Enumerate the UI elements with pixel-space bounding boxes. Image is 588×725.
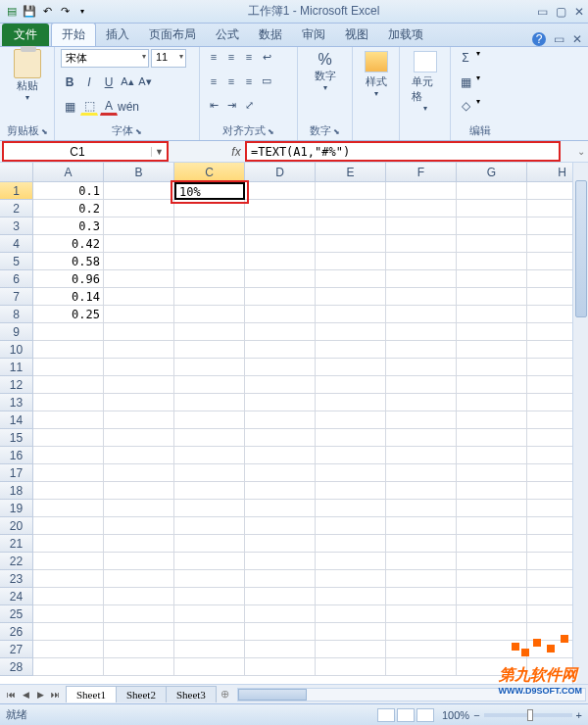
zoom-out-button[interactable]: − bbox=[473, 709, 479, 721]
cell-F16[interactable] bbox=[386, 447, 457, 464]
cell-F1[interactable] bbox=[386, 182, 457, 200]
row-header-17[interactable]: 17 bbox=[0, 464, 33, 482]
cell-C28[interactable] bbox=[174, 658, 245, 676]
row-header-25[interactable]: 25 bbox=[0, 605, 33, 623]
cell-B21[interactable] bbox=[104, 535, 174, 553]
cell-B14[interactable] bbox=[104, 411, 174, 429]
cell-B27[interactable] bbox=[104, 641, 174, 658]
cell-F26[interactable] bbox=[386, 623, 457, 641]
sheet-nav-last-icon[interactable]: ⏭ bbox=[48, 690, 62, 700]
cell-C27[interactable] bbox=[174, 641, 245, 658]
cell-A2[interactable]: 0.2 bbox=[33, 200, 104, 218]
row-header-7[interactable]: 7 bbox=[0, 288, 33, 306]
sheet-nav-next-icon[interactable]: ▶ bbox=[33, 690, 47, 700]
row-header-27[interactable]: 27 bbox=[0, 641, 33, 658]
cell-A20[interactable] bbox=[33, 517, 104, 535]
cell-A10[interactable] bbox=[33, 341, 104, 359]
cell-F17[interactable] bbox=[386, 464, 457, 482]
cell-A4[interactable]: 0.42 bbox=[33, 235, 104, 253]
cell-G18[interactable] bbox=[457, 482, 527, 500]
cell-G23[interactable] bbox=[457, 570, 527, 588]
cell-A1[interactable]: 0.1 bbox=[33, 182, 104, 200]
cell-G1[interactable] bbox=[457, 182, 527, 200]
tab-review[interactable]: 审阅 bbox=[292, 24, 335, 46]
cell-G10[interactable] bbox=[457, 341, 527, 359]
maximize-button[interactable]: ▢ bbox=[556, 5, 566, 19]
sheet-tab-2[interactable]: Sheet2 bbox=[116, 686, 167, 702]
cell-E6[interactable] bbox=[316, 270, 386, 288]
cell-C21[interactable] bbox=[174, 535, 245, 553]
cell-D13[interactable] bbox=[245, 394, 316, 411]
cell-D10[interactable] bbox=[245, 341, 316, 359]
vscroll-thumb[interactable] bbox=[575, 180, 587, 317]
column-header-c[interactable]: C bbox=[174, 163, 245, 182]
cell-B16[interactable] bbox=[104, 447, 174, 464]
cell-A9[interactable] bbox=[33, 323, 104, 341]
cell-B22[interactable] bbox=[104, 553, 174, 570]
sheet-tab-3[interactable]: Sheet3 bbox=[166, 686, 217, 702]
autosum-icon[interactable]: Σ bbox=[457, 49, 474, 67]
horizontal-scrollbar[interactable] bbox=[237, 688, 586, 701]
cell-F20[interactable] bbox=[386, 517, 457, 535]
column-header-e[interactable]: E bbox=[316, 163, 386, 182]
cell-E10[interactable] bbox=[316, 341, 386, 359]
minimize-button[interactable]: ▭ bbox=[537, 5, 548, 19]
cell-G25[interactable] bbox=[457, 605, 527, 623]
cell-C26[interactable] bbox=[174, 623, 245, 641]
row-header-12[interactable]: 12 bbox=[0, 376, 33, 394]
cell-C6[interactable] bbox=[174, 270, 245, 288]
merge-icon[interactable]: ▭ bbox=[259, 73, 274, 89]
column-header-a[interactable]: A bbox=[33, 163, 104, 182]
cell-E21[interactable] bbox=[316, 535, 386, 553]
cell-F21[interactable] bbox=[386, 535, 457, 553]
cell-G11[interactable] bbox=[457, 359, 527, 376]
cell-G16[interactable] bbox=[457, 447, 527, 464]
cell-G9[interactable] bbox=[457, 323, 527, 341]
column-header-d[interactable]: D bbox=[245, 163, 316, 182]
view-normal-icon[interactable] bbox=[377, 708, 395, 722]
cell-A3[interactable]: 0.3 bbox=[33, 218, 104, 235]
row-header-13[interactable]: 13 bbox=[0, 394, 33, 411]
cell-D2[interactable] bbox=[245, 200, 316, 218]
cell-G24[interactable] bbox=[457, 588, 527, 605]
cell-D19[interactable] bbox=[245, 500, 316, 517]
decrease-indent-icon[interactable]: ⇤ bbox=[206, 97, 221, 113]
cell-C24[interactable] bbox=[174, 588, 245, 605]
cell-B4[interactable] bbox=[104, 235, 174, 253]
cell-A27[interactable] bbox=[33, 641, 104, 658]
cell-D11[interactable] bbox=[245, 359, 316, 376]
align-bottom-icon[interactable]: ≡ bbox=[241, 49, 257, 65]
cell-A14[interactable] bbox=[33, 411, 104, 429]
cell-D4[interactable] bbox=[245, 235, 316, 253]
workbook-minimize-button[interactable]: ▭ bbox=[554, 32, 564, 46]
tab-formulas[interactable]: 公式 bbox=[206, 24, 249, 46]
cell-B6[interactable] bbox=[104, 270, 174, 288]
save-icon[interactable]: 💾 bbox=[22, 4, 37, 20]
shrink-font-icon[interactable]: A▾ bbox=[137, 73, 153, 89]
cell-G7[interactable] bbox=[457, 288, 527, 306]
cell-F8[interactable] bbox=[386, 306, 457, 323]
cell-B11[interactable] bbox=[104, 359, 174, 376]
cell-C12[interactable] bbox=[174, 376, 245, 394]
cell-F7[interactable] bbox=[386, 288, 457, 306]
align-top-icon[interactable]: ≡ bbox=[206, 49, 221, 65]
cell-G27[interactable] bbox=[457, 641, 527, 658]
row-header-10[interactable]: 10 bbox=[0, 341, 33, 359]
redo-icon[interactable]: ↷ bbox=[57, 4, 73, 20]
cell-F11[interactable] bbox=[386, 359, 457, 376]
cell-E5[interactable] bbox=[316, 253, 386, 270]
cell-A19[interactable] bbox=[33, 500, 104, 517]
tab-data[interactable]: 数据 bbox=[249, 24, 292, 46]
cell-C9[interactable] bbox=[174, 323, 245, 341]
row-header-8[interactable]: 8 bbox=[0, 306, 33, 323]
cell-C5[interactable] bbox=[174, 253, 245, 270]
cell-G3[interactable] bbox=[457, 218, 527, 235]
cell-C20[interactable] bbox=[174, 517, 245, 535]
cell-G2[interactable] bbox=[457, 200, 527, 218]
underline-button[interactable]: U bbox=[100, 73, 118, 91]
number-format-button[interactable]: % 数字 ▾ bbox=[304, 49, 346, 94]
cell-B19[interactable] bbox=[104, 500, 174, 517]
view-page-break-icon[interactable] bbox=[416, 708, 434, 722]
cell-F28[interactable] bbox=[386, 658, 457, 676]
paste-button[interactable]: 粘贴 ▾ bbox=[6, 49, 48, 102]
